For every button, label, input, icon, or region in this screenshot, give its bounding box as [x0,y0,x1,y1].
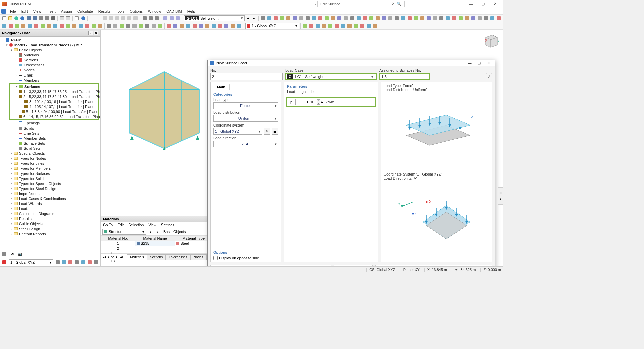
camera-icon[interactable]: 📷 [17,251,23,257]
toolbar-icon[interactable] [67,259,73,265]
redo-icon[interactable] [44,15,50,21]
menu-edit[interactable]: Edit [19,9,31,14]
menu-insert[interactable]: Insert [44,9,58,14]
tree-linesets[interactable]: Line Sets [0,131,100,136]
save-icon[interactable] [26,15,32,21]
dlg-minimize-button[interactable]: — [465,60,474,66]
toolbar-icon[interactable] [308,23,314,29]
toolbar-icon[interactable] [483,15,489,21]
toolbar-icon[interactable] [470,15,476,21]
tree-surfaces[interactable]: ▾Surfaces [10,84,98,89]
toolbar-icon[interactable] [330,15,336,21]
menu-options[interactable]: Options [127,9,145,14]
toolbar-icon[interactable] [192,23,198,29]
toolbar-icon[interactable] [387,15,393,21]
toolbar-icon[interactable] [204,23,210,29]
toolbar-icon[interactable] [78,23,84,29]
new-file-icon[interactable] [1,15,7,21]
toolbar-icon[interactable] [185,23,191,29]
toolbar-icon[interactable] [151,23,157,29]
surface-item[interactable]: 5 - 1,3,5,4,94,100,90 | Load Transfer | … [10,109,98,114]
toolbar-icon[interactable] [285,15,291,21]
toolbar-icon[interactable] [198,23,204,29]
display-opposite-check[interactable]: Display on opposite side [213,256,278,260]
navigator-tree[interactable]: RFEM ▾Model - Load Transfer Surfaces (2)… [0,37,100,250]
toolbar-icon[interactable] [217,23,223,29]
toolbar-icon[interactable] [97,23,103,29]
toolbar-icon[interactable] [292,15,298,21]
toolbar-icon[interactable] [1,23,7,29]
iso-icon[interactable] [163,15,168,21]
toolbar-icon[interactable] [236,23,242,29]
toolbar-icon[interactable] [413,15,419,21]
tree-folder[interactable]: ›Special Objects [0,151,100,156]
toolbar-icon[interactable] [321,23,327,29]
pin-icon[interactable]: ▪ [88,31,93,35]
load-dist-combo[interactable]: Uniform▾ [213,115,278,122]
toolbar-icon[interactable] [302,23,308,29]
tree-basic-objects[interactable]: ▾Basic Objects [0,47,100,52]
toolbar-icon[interactable] [46,23,52,29]
edit-surface-field[interactable]: Edit Surface ✕ 🔍 [317,1,405,7]
prev-icon[interactable]: ◂ [147,229,153,235]
close-icon[interactable]: ✕ [392,2,395,6]
menu-calculate[interactable]: Calculate [75,9,96,14]
tree-model[interactable]: ▾Model - Load Transfer Surfaces (2).rf6* [0,42,100,47]
paste-icon[interactable] [65,15,71,21]
tree-sections[interactable]: ›Sections [0,57,100,62]
tab-nodes[interactable]: Nodes [191,254,206,260]
toolbar-icon[interactable] [394,15,400,21]
side-icon[interactable] [175,15,180,21]
zoom-icon[interactable] [142,15,147,21]
toolbar-icon[interactable] [407,15,413,21]
mat-settings[interactable]: Settings [161,223,174,227]
toolbar-icon[interactable] [172,23,178,29]
toolbar-icon[interactable] [157,23,163,29]
next-lc-icon[interactable]: ▸ [251,15,257,21]
loadcase-combo[interactable]: G LC1 - Self-weight ▾ [285,73,377,80]
pick-surfaces-icon[interactable]: ⤢ [486,73,492,79]
tree-folder[interactable]: ›Load Cases & Combinations [0,196,100,201]
toolbar-icon[interactable] [131,23,138,29]
tree-thicknesses[interactable]: Thicknesses [0,62,100,67]
toolbar-icon[interactable] [125,23,131,29]
toolbar-icon[interactable] [426,15,432,21]
surface-item[interactable]: 2 - 5,22,33,44,17,52,41,30 | Load Transf… [10,94,98,99]
toolbar-icon[interactable] [451,15,457,21]
toolbar-icon[interactable] [464,15,470,21]
toolbar-icon[interactable] [84,23,90,29]
load-case-combo[interactable]: G LC1 Self-weight ▾ [184,15,245,21]
mat-view[interactable]: View [148,223,156,227]
toolbar-icon[interactable] [372,23,378,29]
toolbar-icon[interactable] [381,15,387,21]
first-icon[interactable]: ⏮ [102,255,106,259]
view2-icon[interactable] [108,15,114,21]
copy-icon[interactable] [59,15,65,21]
refresh-icon[interactable] [14,15,19,21]
tree-folder[interactable]: ›Types for Steel Design [0,186,100,191]
toolbar-icon[interactable] [317,15,323,21]
save-as-icon[interactable] [32,15,38,21]
toolbar-icon[interactable] [353,23,359,29]
menu-window[interactable]: Window [145,9,164,14]
dlg-close-button[interactable]: ✕ [484,60,493,66]
coord-list-icon[interactable]: ☰ [272,128,278,135]
menu-assign[interactable]: Assign [58,9,75,14]
tree-openings[interactable]: Openings [0,120,100,126]
toolbar-icon[interactable] [356,15,362,21]
assigned-input[interactable] [379,73,430,80]
no-input[interactable] [210,73,283,80]
toolbar-icon[interactable] [445,15,451,21]
menu-view[interactable]: View [31,9,44,14]
prev-lc-icon[interactable]: ◂ [245,15,251,21]
toolbar-icon[interactable] [346,23,353,29]
tab-thicknesses[interactable]: Thicknesses [166,254,191,260]
toolbar-icon[interactable] [359,23,365,29]
tree-folder[interactable]: ›Types for Surfaces [0,171,100,176]
menu-tools[interactable]: Tools [113,9,127,14]
menu-help[interactable]: Help [185,9,198,14]
toolbar-icon[interactable] [93,259,99,265]
mat-edit[interactable]: Edit [117,223,124,227]
toolbar-icon[interactable] [327,23,333,29]
nav-coord-combo[interactable]: 1 - Global XYZ ▾ [9,259,53,265]
